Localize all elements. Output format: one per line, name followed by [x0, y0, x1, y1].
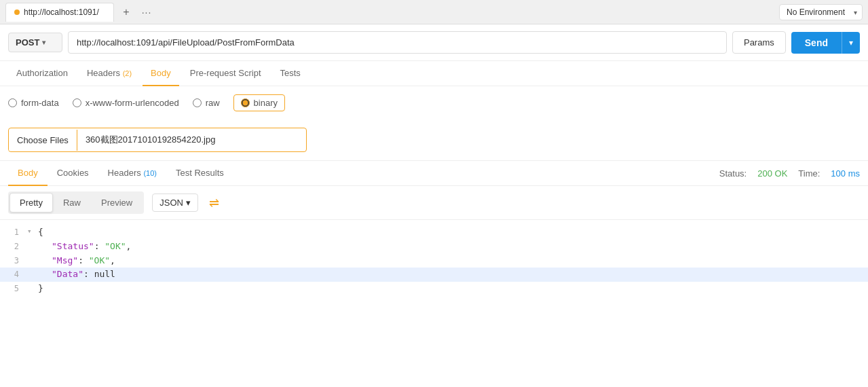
body-options: form-data x-www-form-urlencoded raw bina…: [0, 86, 868, 119]
raw-button[interactable]: Raw: [53, 193, 91, 213]
tab-add-button[interactable]: +: [118, 4, 134, 20]
send-group: Send ▾: [791, 32, 860, 54]
method-label: POST: [16, 37, 39, 48]
json-value-data: null: [94, 269, 115, 279]
radio-binary[interactable]: binary: [233, 94, 285, 111]
json-key-data: "Data": [52, 269, 83, 279]
json-viewer: 1 ▾ { 2 "Status": "OK", 3 "Msg": "OK", 4…: [0, 220, 868, 301]
method-selector[interactable]: POST ▾: [8, 33, 62, 52]
json-line-4: 4 "Data": null: [0, 268, 868, 282]
json-key-msg: "Msg": [52, 255, 78, 265]
res-tab-cookies[interactable]: Cookies: [48, 161, 98, 186]
json-value-msg: "OK": [89, 255, 110, 265]
browser-tab-bar: http://localhost:1091/ + ··· No Environm…: [0, 0, 868, 24]
send-button[interactable]: Send: [791, 32, 842, 54]
method-chevron-icon: ▾: [42, 39, 45, 46]
format-bar: Pretty Raw Preview JSON ▾ ⇌: [0, 186, 868, 220]
request-tabs: Authorization Headers (2) Body Pre-reque…: [0, 61, 868, 86]
status-value: 200 OK: [757, 168, 787, 179]
file-name-display: 360截图20171010192854220.jpg: [77, 128, 224, 151]
line-number-4: 4: [5, 268, 27, 281]
tab-tests[interactable]: Tests: [272, 61, 309, 86]
url-input[interactable]: [68, 31, 727, 54]
file-chooser-area: Choose Files 360截图20171010192854220.jpg: [0, 119, 868, 160]
request-bar: POST ▾ Params Send ▾: [0, 24, 868, 61]
params-button[interactable]: Params: [732, 31, 786, 54]
wrap-icon[interactable]: ⇌: [209, 196, 219, 210]
radio-form-data[interactable]: form-data: [8, 98, 59, 108]
res-tab-testresults[interactable]: Test Results: [166, 161, 233, 186]
tab-dot: [14, 10, 20, 15]
json-value-status: "OK": [105, 241, 126, 251]
headers-badge: (2): [123, 69, 132, 77]
pretty-button[interactable]: Pretty: [10, 193, 53, 213]
environment-selector[interactable]: No Environment: [779, 4, 863, 20]
json-line-1: 1 ▾ {: [0, 225, 868, 240]
tab-body[interactable]: Body: [143, 61, 179, 86]
send-dropdown-button[interactable]: ▾: [842, 32, 860, 54]
radio-raw[interactable]: raw: [193, 98, 220, 108]
line-number-3: 3: [5, 254, 27, 268]
preview-button[interactable]: Preview: [91, 193, 143, 213]
status-label: Status:: [719, 168, 747, 179]
line-number-5: 5: [5, 282, 27, 295]
environment-wrapper: No Environment: [779, 4, 863, 20]
res-tab-headers[interactable]: Headers (10): [98, 161, 166, 186]
file-chooser-wrapper: Choose Files 360截图20171010192854220.jpg: [8, 128, 307, 152]
choose-files-button[interactable]: Choose Files: [9, 130, 77, 151]
radio-urlencoded[interactable]: x-www-form-urlencoded: [73, 98, 179, 108]
time-label: Time:: [798, 168, 820, 179]
json-chevron-icon: ▾: [186, 198, 191, 208]
json-line-2: 2 "Status": "OK",: [0, 240, 868, 254]
browser-tab[interactable]: http://localhost:1091/: [5, 3, 114, 22]
line-number-1: 1: [5, 225, 27, 239]
tab-headers[interactable]: Headers (2): [79, 61, 140, 86]
tab-url: http://localhost:1091/: [24, 7, 99, 17]
json-line-5: 5 }: [0, 282, 868, 296]
res-tab-body[interactable]: Body: [8, 161, 48, 186]
format-group: Pretty Raw Preview: [8, 191, 144, 214]
json-format-selector[interactable]: JSON ▾: [152, 194, 198, 212]
tab-more-button[interactable]: ···: [138, 4, 155, 20]
line-number-2: 2: [5, 240, 27, 253]
line-toggle-1[interactable]: ▾: [27, 225, 38, 238]
tab-authorization[interactable]: Authorization: [8, 61, 76, 86]
res-headers-badge: (10): [143, 169, 157, 177]
json-format-label: JSON: [159, 198, 183, 208]
response-tabs-bar: Body Cookies Headers (10) Test Results S…: [0, 161, 868, 186]
tab-prerequest[interactable]: Pre-request Script: [182, 61, 269, 86]
json-key-status: "Status": [52, 241, 94, 251]
status-area: Status: 200 OK Time: 100 ms: [719, 168, 860, 179]
time-value: 100 ms: [831, 168, 860, 179]
json-line-3: 3 "Msg": "OK",: [0, 254, 868, 268]
